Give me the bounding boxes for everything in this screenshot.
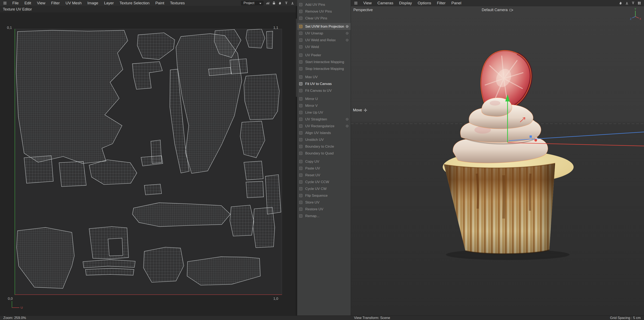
lock-icon[interactable] [272, 1, 276, 5]
gear-icon[interactable] [345, 124, 349, 128]
command-uv-unwrap[interactable]: UV Unwrap [297, 30, 351, 37]
uv-weld-icon [299, 45, 303, 49]
command-uv-rectangularize[interactable]: UV Rectangularize [297, 123, 351, 129]
command-flip-sequence[interactable]: Flip Sequence [297, 192, 351, 199]
layout-grid-icon[interactable] [638, 1, 641, 5]
menu-item-cameras[interactable]: Cameras [374, 0, 396, 6]
command-label: Clear UV Pins [305, 16, 349, 21]
reset-uv-icon [299, 174, 303, 177]
command-remap[interactable]: Remap... [297, 213, 351, 219]
uv-editor-canvas[interactable]: 0,1 1,1 0,0 1,0 U [0, 13, 296, 315]
command-fit-canvas-to-uv[interactable]: Fit Canvas to UV [297, 87, 351, 94]
project-dropdown-value: Project [244, 1, 254, 5]
cupcake-model[interactable] [443, 43, 574, 254]
command-reset-uv[interactable]: Reset UV [297, 172, 351, 179]
menu-item-options[interactable]: Options [415, 0, 434, 6]
raise-panel-icon[interactable] [284, 1, 288, 5]
menu-item-view[interactable]: View [360, 0, 374, 6]
chart-icon[interactable] [266, 1, 270, 5]
command-cycle-uv-cw[interactable]: Cycle UV CW [297, 185, 351, 192]
viewport-header-icons [619, 1, 641, 5]
command-copy-uv[interactable]: Copy UV [297, 158, 351, 165]
command-add-uv-pins[interactable]: Add UV Pins [297, 1, 351, 8]
command-line-up-uv[interactable]: Line Up UV [297, 109, 351, 116]
raise-panel-icon[interactable] [631, 1, 635, 5]
command-cycle-uv-ccw[interactable]: Cycle UV CCW [297, 179, 351, 185]
command-align-uv-islands[interactable]: Align UV Islands [297, 129, 351, 136]
command-boundary-to-circle[interactable]: Boundary to Circle [297, 143, 351, 150]
uv-editor-scrollbar[interactable] [296, 6, 297, 315]
command-max-uv[interactable]: Max UV [297, 74, 351, 80]
paste-uv-icon [299, 167, 303, 170]
command-boundary-to-quad[interactable]: Boundary to Quad [297, 150, 351, 157]
menu-item-filter[interactable]: Filter [48, 0, 62, 6]
command-store-uv[interactable]: Store UV [297, 199, 351, 206]
command-mirror-v[interactable]: Mirror V [297, 102, 351, 109]
command-group: Set UVW from ProjectionUV UnwrapUV Weld … [297, 23, 351, 50]
command-label: Remap... [305, 214, 349, 218]
hamburger-icon[interactable] [0, 2, 10, 5]
command-uv-weld-and-relax[interactable]: UV Weld and Relax [297, 37, 351, 44]
menu-item-textures[interactable]: Textures [167, 0, 188, 6]
command-clear-uv-pins[interactable]: Clear UV Pins [297, 15, 351, 22]
command-uv-peeler[interactable]: UV Peeler [297, 52, 351, 59]
viewport-3d-scene[interactable] [351, 6, 644, 315]
menu-item-file[interactable]: File [10, 0, 22, 6]
menu-item-panel[interactable]: Panel [448, 0, 464, 6]
scrollbar-thumb[interactable] [296, 19, 297, 97]
command-remove-uv-pins[interactable]: Remove UV Pins [297, 8, 351, 15]
menu-item-display[interactable]: Display [396, 0, 415, 6]
gear-icon[interactable] [345, 117, 349, 121]
command-mirror-u[interactable]: Mirror U [297, 95, 351, 102]
lower-panel-icon[interactable] [290, 1, 294, 5]
menu-item-texture-selection[interactable]: Texture Selection [117, 0, 152, 6]
lower-panel-icon[interactable] [625, 1, 629, 5]
axis-orientation-hud: Y X Z [630, 8, 641, 20]
unstitch-uv-icon [299, 138, 303, 141]
command-label: Cycle UV CCW [305, 180, 349, 184]
menu-item-paint[interactable]: Paint [152, 0, 167, 6]
command-group: Max UVFit UV to CanvasFit Canvas to UV [297, 74, 351, 94]
command-group: Mirror UMirror VLine Up UVUV StraightenU… [297, 95, 351, 157]
gear-icon[interactable] [345, 38, 349, 42]
viewport-3d[interactable]: Perspective Default Camera Move Y X Z [351, 6, 644, 315]
camera-label[interactable]: Default Camera [482, 8, 508, 12]
menu-item-filter[interactable]: Filter [434, 0, 448, 6]
uv-islands[interactable] [15, 29, 282, 295]
restore-uv-icon [299, 207, 303, 211]
command-paste-uv[interactable]: Paste UV [297, 165, 351, 172]
command-start-interactive-mapping[interactable]: Start Interactive Mapping [297, 59, 351, 65]
command-set-uvw-from-projection[interactable]: Set UVW from Projection [297, 23, 351, 30]
camera-icon[interactable] [510, 9, 513, 12]
command-label: Add UV Pins [305, 3, 349, 7]
project-dropdown[interactable]: Project [241, 1, 264, 5]
command-fit-uv-to-canvas[interactable]: Fit UV to Canvas [297, 80, 351, 87]
command-label: Line Up UV [305, 110, 349, 115]
uv-editor-header-icons [266, 1, 294, 5]
command-label: Fit UV to Canvas [305, 82, 349, 86]
remap-icon [299, 214, 303, 218]
gear-icon[interactable] [345, 25, 349, 28]
menu-item-view[interactable]: View [34, 0, 48, 6]
menu-item-edit[interactable]: Edit [22, 0, 34, 6]
gear-icon[interactable] [345, 32, 349, 35]
hand-icon[interactable] [619, 1, 622, 5]
command-restore-uv[interactable]: Restore UV [297, 206, 351, 213]
start-interactive-mapping-icon [299, 60, 303, 64]
caret-down-icon [259, 1, 262, 5]
copy-uv-icon [299, 160, 303, 163]
uv-axis-u-line [15, 294, 282, 295]
boundary-to-circle-icon [299, 145, 303, 148]
command-uv-weld[interactable]: UV Weld [297, 44, 351, 50]
hamburger-icon[interactable] [351, 2, 360, 5]
command-uv-straighten[interactable]: UV Straighten [297, 116, 351, 123]
command-unstitch-uv[interactable]: Unstitch UV [297, 136, 351, 143]
menu-item-uv-mesh[interactable]: UV Mesh [62, 0, 84, 6]
uv-space-square[interactable] [15, 29, 282, 295]
hand-icon[interactable] [278, 1, 282, 5]
command-stop-interactive-mapping[interactable]: Stop Interactive Mapping [297, 65, 351, 72]
menu-item-image[interactable]: Image [84, 0, 101, 6]
uv-corner-01: 0,1 [7, 26, 12, 30]
command-label: UV Peeler [305, 53, 349, 57]
menu-item-layer[interactable]: Layer [101, 0, 117, 6]
